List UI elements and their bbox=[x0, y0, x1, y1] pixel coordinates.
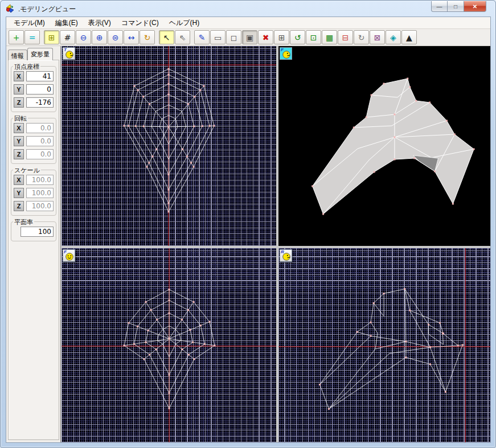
rotation-x-axis-button[interactable]: X bbox=[14, 123, 24, 133]
rotation-z-row: Z bbox=[14, 149, 54, 159]
hide-vertex-icon: ✖ bbox=[263, 34, 269, 42]
smiley-icon bbox=[65, 252, 74, 261]
window-body: モデル(M)編集(E)表示(V)コマンド(C)ヘルプ(H) +=⊞#⊖⊕⊜↔↻↖… bbox=[6, 17, 491, 443]
top-right-canvas[interactable] bbox=[278, 46, 490, 246]
vertex-y-axis-button[interactable]: Y bbox=[14, 84, 24, 94]
rotate-view-icon: ↻ bbox=[144, 34, 151, 42]
scale-y-axis-button[interactable]: Y bbox=[14, 188, 24, 198]
content: 情報 変形量 頂点座標 X Y bbox=[6, 46, 490, 442]
menu-item-3[interactable]: コマンド(C) bbox=[116, 17, 164, 29]
rotation-x-input[interactable] bbox=[26, 123, 54, 133]
window-title: .モデリングビュー bbox=[18, 5, 76, 14]
rect-move-icon: ◻ bbox=[231, 34, 237, 42]
frame-box-button[interactable]: ▦ bbox=[322, 30, 337, 44]
move-vertex-icon: ⇖ bbox=[179, 34, 186, 42]
rotation-y-axis-button[interactable]: Y bbox=[14, 136, 24, 146]
tab-deformation[interactable]: 変形量 bbox=[27, 48, 53, 60]
extrude-up-button[interactable]: ▲ bbox=[401, 30, 417, 44]
scale-title: スケール bbox=[13, 166, 41, 175]
scale-x-row: X bbox=[14, 175, 54, 185]
rotation-y-input[interactable] bbox=[26, 136, 54, 146]
viewport-top-right[interactable]: F bbox=[278, 46, 490, 246]
handle-box-icon: ⊟ bbox=[342, 34, 349, 42]
rect-select-button[interactable]: ▭ bbox=[210, 30, 226, 44]
zoom-in-button[interactable]: ⊕ bbox=[92, 30, 107, 44]
rect-move-button[interactable]: ◻ bbox=[226, 30, 241, 44]
snap-grid-button[interactable]: ⊞ bbox=[274, 30, 289, 44]
top-left-view-button[interactable]: T bbox=[63, 47, 75, 60]
delete-box-icon: ⊠ bbox=[374, 34, 381, 42]
rotation-z-input[interactable] bbox=[26, 149, 54, 159]
viewport-bottom-right[interactable]: R bbox=[278, 248, 490, 442]
sidebar: 情報 変形量 頂点座標 X Y bbox=[6, 46, 60, 442]
top-right-view-button[interactable]: F bbox=[280, 47, 292, 60]
caption-buttons: — □ ✕ bbox=[431, 1, 486, 12]
bottom-right-canvas[interactable] bbox=[278, 248, 490, 442]
viewport-top-left[interactable]: T bbox=[62, 46, 276, 246]
zoom-reset-icon: ⊜ bbox=[112, 34, 119, 42]
shaded-preview-icon: ◈ bbox=[390, 34, 396, 42]
menu-item-2[interactable]: 表示(V) bbox=[83, 17, 116, 29]
menu-item-4[interactable]: ヘルプ(H) bbox=[164, 17, 205, 29]
hide-vertex-button[interactable]: ✖ bbox=[258, 30, 273, 44]
select-vertex-button[interactable]: ↖ bbox=[159, 30, 174, 44]
move-vertex-button[interactable]: ⇖ bbox=[175, 30, 190, 44]
minimize-button[interactable]: — bbox=[431, 1, 448, 12]
vertex-coord-group: 頂点座標 X Y Z bbox=[11, 66, 56, 112]
quad-view-button[interactable]: ⊞ bbox=[44, 30, 59, 44]
vertex-z-input[interactable] bbox=[26, 97, 54, 108]
add-object-button[interactable]: + bbox=[9, 30, 24, 44]
zoom-out-icon: ⊖ bbox=[80, 34, 87, 42]
shaded-preview-button[interactable]: ◈ bbox=[386, 30, 401, 44]
bottom-right-view-button[interactable]: R bbox=[280, 249, 292, 262]
rotate-object-icon: ↺ bbox=[294, 34, 301, 42]
object-list-button[interactable]: = bbox=[24, 30, 40, 44]
close-button[interactable]: ✕ bbox=[464, 1, 486, 12]
menu-item-0[interactable]: モデル(M) bbox=[9, 17, 50, 29]
select-vertex-icon: ↖ bbox=[163, 34, 170, 42]
handle-box-button[interactable]: ⊟ bbox=[338, 30, 353, 44]
vertex-x-input[interactable] bbox=[26, 71, 54, 81]
rotate-selection-icon: ↻ bbox=[358, 34, 365, 42]
rotate-selection-button[interactable]: ↻ bbox=[354, 30, 369, 44]
zoom-reset-button[interactable]: ⊜ bbox=[108, 30, 123, 44]
vertex-y-input[interactable] bbox=[26, 84, 54, 94]
smiley-icon bbox=[65, 50, 74, 59]
extrude-up-icon: ▲ bbox=[406, 34, 412, 42]
bottom-left-canvas[interactable] bbox=[62, 248, 276, 442]
grid-toggle-button[interactable]: # bbox=[60, 30, 75, 44]
move-object-icon: ⊡ bbox=[310, 34, 317, 42]
maximize-button[interactable]: □ bbox=[448, 1, 464, 12]
tab-info[interactable]: 情報 bbox=[8, 50, 27, 60]
vertex-z-axis-button[interactable]: Z bbox=[14, 97, 24, 108]
scale-z-row: Z bbox=[14, 201, 54, 211]
multi-select-button[interactable]: ▣ bbox=[242, 30, 257, 44]
scroll-view-button[interactable]: ↔ bbox=[124, 30, 139, 44]
delete-box-button[interactable]: ⊠ bbox=[370, 30, 385, 44]
menu-item-1[interactable]: 編集(E) bbox=[50, 17, 83, 29]
edit-pen-button[interactable]: ✎ bbox=[194, 30, 210, 44]
scale-z-axis-button[interactable]: Z bbox=[14, 201, 24, 211]
bottom-left-view-button[interactable]: F bbox=[63, 249, 75, 262]
top-left-canvas[interactable] bbox=[62, 46, 276, 246]
rotation-x-row: X bbox=[14, 123, 54, 133]
snap-grid-icon: ⊞ bbox=[278, 34, 285, 42]
scale-z-input[interactable] bbox=[26, 201, 54, 211]
plane-ratio-row bbox=[14, 227, 54, 237]
plane-ratio-input[interactable] bbox=[21, 227, 54, 237]
rotation-y-row: Y bbox=[14, 136, 54, 146]
vertex-x-row: X bbox=[14, 71, 54, 81]
rotation-z-axis-button[interactable]: Z bbox=[14, 149, 24, 159]
scale-x-input[interactable] bbox=[26, 175, 54, 185]
viewport-bottom-left[interactable]: F bbox=[62, 248, 276, 442]
vertex-x-axis-button[interactable]: X bbox=[14, 71, 24, 81]
titlebar[interactable]: .モデリングビュー — □ ✕ bbox=[1, 1, 495, 17]
zoom-out-button[interactable]: ⊖ bbox=[76, 30, 91, 44]
smiley-icon bbox=[282, 50, 291, 59]
rotate-object-button[interactable]: ↺ bbox=[290, 30, 305, 44]
move-object-button[interactable]: ⊡ bbox=[306, 30, 321, 44]
scale-x-axis-button[interactable]: X bbox=[14, 175, 24, 185]
rotate-view-button[interactable]: ↻ bbox=[140, 30, 155, 44]
scale-y-input[interactable] bbox=[26, 188, 54, 198]
vertex-coord-title: 頂点座標 bbox=[13, 63, 40, 71]
